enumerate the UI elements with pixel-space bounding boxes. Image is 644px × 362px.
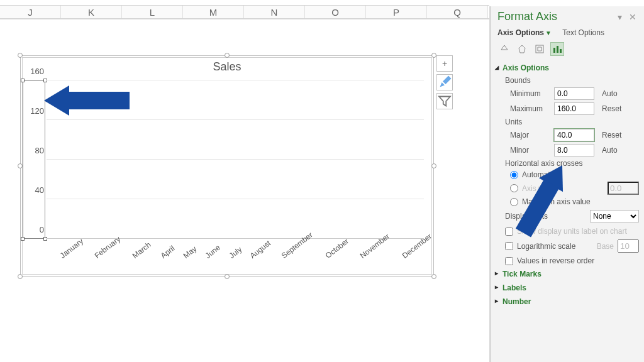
axis-options-icon[interactable] bbox=[550, 42, 564, 56]
major-label: Major bbox=[510, 131, 550, 140]
tab-axis-options[interactable]: Axis Options▼ bbox=[497, 28, 552, 37]
section-axis-options[interactable]: Axis Options bbox=[491, 61, 644, 75]
log-base-input bbox=[618, 239, 639, 253]
y-axis-selected[interactable] bbox=[23, 80, 45, 239]
minor-auto[interactable]: Auto bbox=[602, 146, 618, 155]
max-reset[interactable]: Reset bbox=[602, 104, 621, 113]
log-scale-checkbox[interactable] bbox=[505, 242, 513, 250]
svg-marker-0 bbox=[519, 45, 525, 53]
units-heading: Units bbox=[491, 116, 644, 128]
column-header[interactable]: L bbox=[122, 6, 183, 18]
chart-style-button[interactable] bbox=[436, 74, 453, 90]
svg-rect-2 bbox=[553, 48, 555, 53]
reverse-order-label: Values in reverse order bbox=[517, 256, 594, 265]
chart-filter-button[interactable] bbox=[436, 93, 453, 109]
y-tick: 0 bbox=[25, 225, 44, 234]
y-tick: 80 bbox=[25, 146, 44, 155]
max-input[interactable] bbox=[554, 102, 594, 115]
section-labels[interactable]: Labels bbox=[491, 281, 644, 295]
show-du-label-checkbox bbox=[505, 228, 513, 236]
min-input[interactable] bbox=[554, 87, 594, 100]
column-header[interactable]: Q bbox=[427, 6, 488, 18]
chart-object[interactable]: Sales 0 40 80 120 160 JanuaryFebruaryMar… bbox=[20, 55, 434, 277]
tab-text-options[interactable]: Text Options bbox=[562, 28, 604, 37]
minor-input[interactable] bbox=[554, 144, 594, 156]
column-header[interactable]: M bbox=[183, 6, 244, 18]
pane-menu-button[interactable]: ▾ bbox=[615, 12, 625, 22]
major-input[interactable] bbox=[554, 129, 594, 141]
reverse-order-checkbox[interactable] bbox=[505, 257, 513, 265]
chart-side-buttons: + bbox=[436, 55, 453, 112]
max-label: Maximum bbox=[510, 104, 550, 113]
y-tick: 120 bbox=[25, 106, 44, 116]
bounds-heading: Bounds bbox=[491, 75, 644, 86]
fill-line-icon[interactable] bbox=[497, 42, 511, 56]
funnel-icon bbox=[437, 94, 452, 109]
brush-icon bbox=[437, 75, 452, 90]
log-base-label: Base bbox=[597, 242, 614, 251]
column-header[interactable]: K bbox=[61, 6, 122, 18]
column-header[interactable]: O bbox=[305, 6, 366, 18]
svg-rect-1 bbox=[536, 45, 543, 53]
grid-line bbox=[0, 19, 489, 19]
y-tick: 40 bbox=[25, 185, 44, 195]
column-header[interactable]: N bbox=[244, 6, 305, 18]
crosses-value-input bbox=[608, 182, 639, 195]
display-units-select[interactable]: None bbox=[590, 210, 639, 222]
section-number[interactable]: Number bbox=[491, 295, 644, 309]
size-properties-icon[interactable] bbox=[533, 42, 547, 56]
chart-add-element-button[interactable]: + bbox=[436, 55, 453, 72]
min-auto[interactable]: Auto bbox=[602, 89, 618, 98]
column-header[interactable]: P bbox=[366, 6, 427, 18]
svg-rect-3 bbox=[557, 46, 558, 53]
plus-icon: + bbox=[442, 58, 447, 69]
section-tick-marks[interactable]: Tick Marks bbox=[491, 267, 644, 281]
pane-close-button[interactable]: ✕ bbox=[626, 12, 639, 22]
pane-title: Format Axis bbox=[497, 10, 557, 23]
major-reset[interactable]: Reset bbox=[602, 131, 621, 140]
effects-icon[interactable] bbox=[515, 42, 529, 56]
crosses-heading: Horizontal axis crosses bbox=[491, 158, 644, 169]
svg-rect-4 bbox=[560, 49, 562, 53]
min-label: Minimum bbox=[510, 89, 550, 98]
y-tick: 160 bbox=[25, 67, 44, 76]
x-tick: December bbox=[395, 232, 449, 285]
column-header[interactable]: J bbox=[0, 6, 61, 18]
column-header-row: J K L M N O P Q bbox=[0, 5, 489, 19]
chart-title[interactable]: Sales bbox=[23, 58, 431, 75]
